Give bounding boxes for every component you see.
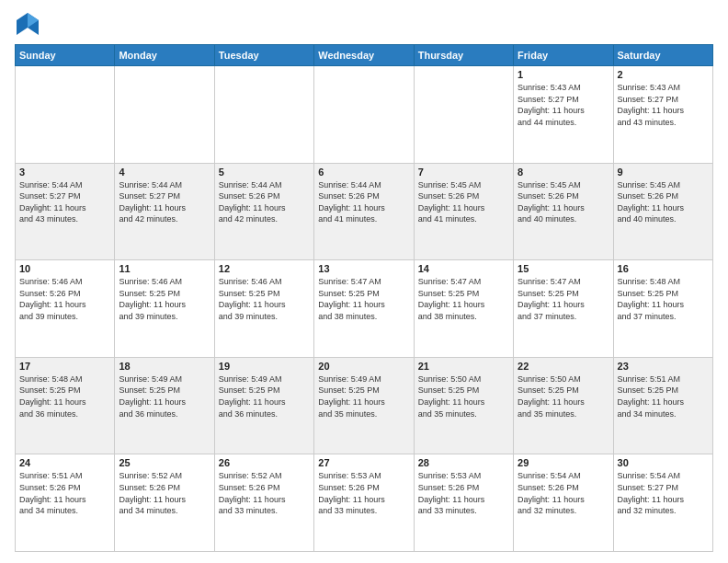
calendar-cell: 28Sunrise: 5:53 AM Sunset: 5:26 PM Dayli… [414,454,513,552]
day-number: 2 [618,69,709,80]
page: SundayMondayTuesdayWednesdayThursdayFrid… [0,0,728,563]
day-info: Sunrise: 5:45 AM Sunset: 5:26 PM Dayligh… [618,179,709,225]
calendar-cell: 6Sunrise: 5:44 AM Sunset: 5:26 PM Daylig… [314,163,414,260]
calendar-cell: 23Sunrise: 5:51 AM Sunset: 5:25 PM Dayli… [613,357,712,454]
day-number: 30 [618,457,709,468]
calendar-cell: 3Sunrise: 5:44 AM Sunset: 5:27 PM Daylig… [16,163,115,260]
day-number: 3 [19,167,110,178]
day-number: 11 [119,263,210,274]
day-info: Sunrise: 5:54 AM Sunset: 5:26 PM Dayligh… [518,470,609,516]
day-info: Sunrise: 5:50 AM Sunset: 5:25 PM Dayligh… [418,373,509,419]
day-info: Sunrise: 5:45 AM Sunset: 5:26 PM Dayligh… [518,179,609,225]
calendar-cell [115,66,214,164]
weekday-header-sunday: Sunday [16,45,115,66]
day-number: 9 [618,167,709,178]
calendar-cell: 16Sunrise: 5:48 AM Sunset: 5:25 PM Dayli… [613,260,712,358]
day-number: 29 [518,457,609,468]
day-number: 28 [418,457,509,468]
calendar-cell: 17Sunrise: 5:48 AM Sunset: 5:25 PM Dayli… [16,357,115,454]
calendar-cell: 27Sunrise: 5:53 AM Sunset: 5:26 PM Dayli… [314,454,414,552]
weekday-header-thursday: Thursday [414,45,513,66]
day-number: 21 [418,361,509,372]
day-info: Sunrise: 5:46 AM Sunset: 5:26 PM Dayligh… [19,276,110,322]
calendar-cell: 9Sunrise: 5:45 AM Sunset: 5:26 PM Daylig… [613,163,712,260]
day-info: Sunrise: 5:51 AM Sunset: 5:26 PM Dayligh… [19,470,110,516]
weekday-header-row: SundayMondayTuesdayWednesdayThursdayFrid… [16,45,713,66]
day-info: Sunrise: 5:44 AM Sunset: 5:26 PM Dayligh… [318,179,409,225]
day-number: 6 [318,167,409,178]
day-info: Sunrise: 5:48 AM Sunset: 5:25 PM Dayligh… [618,276,709,322]
day-number: 7 [418,167,509,178]
day-info: Sunrise: 5:43 AM Sunset: 5:27 PM Dayligh… [518,82,609,128]
day-info: Sunrise: 5:47 AM Sunset: 5:25 PM Dayligh… [518,276,609,322]
calendar-cell: 14Sunrise: 5:47 AM Sunset: 5:25 PM Dayli… [414,260,513,358]
day-info: Sunrise: 5:44 AM Sunset: 5:27 PM Dayligh… [19,179,110,225]
day-number: 17 [19,361,110,372]
day-info: Sunrise: 5:48 AM Sunset: 5:25 PM Dayligh… [19,373,110,419]
day-number: 12 [219,263,310,274]
calendar-week-0: 1Sunrise: 5:43 AM Sunset: 5:27 PM Daylig… [16,66,713,164]
calendar-week-4: 24Sunrise: 5:51 AM Sunset: 5:26 PM Dayli… [16,454,713,552]
calendar-cell: 2Sunrise: 5:43 AM Sunset: 5:27 PM Daylig… [613,66,712,164]
calendar-cell: 15Sunrise: 5:47 AM Sunset: 5:25 PM Dayli… [514,260,613,358]
day-info: Sunrise: 5:47 AM Sunset: 5:25 PM Dayligh… [318,276,409,322]
day-number: 13 [318,263,409,274]
day-number: 27 [318,457,409,468]
calendar-week-2: 10Sunrise: 5:46 AM Sunset: 5:26 PM Dayli… [16,260,713,358]
day-number: 8 [518,167,609,178]
calendar-cell [414,66,513,164]
calendar-cell: 26Sunrise: 5:52 AM Sunset: 5:26 PM Dayli… [214,454,313,552]
calendar-cell: 30Sunrise: 5:54 AM Sunset: 5:27 PM Dayli… [613,454,712,552]
weekday-header-friday: Friday [514,45,613,66]
day-number: 18 [119,361,210,372]
day-number: 5 [219,167,310,178]
day-info: Sunrise: 5:49 AM Sunset: 5:25 PM Dayligh… [318,373,409,419]
day-info: Sunrise: 5:45 AM Sunset: 5:26 PM Dayligh… [418,179,509,225]
logo [15,11,44,37]
calendar-body: 1Sunrise: 5:43 AM Sunset: 5:27 PM Daylig… [16,66,713,552]
calendar-week-1: 3Sunrise: 5:44 AM Sunset: 5:27 PM Daylig… [16,163,713,260]
calendar-cell: 11Sunrise: 5:46 AM Sunset: 5:25 PM Dayli… [115,260,214,358]
calendar-cell: 19Sunrise: 5:49 AM Sunset: 5:25 PM Dayli… [214,357,313,454]
day-info: Sunrise: 5:44 AM Sunset: 5:27 PM Dayligh… [119,179,210,225]
calendar-cell: 25Sunrise: 5:52 AM Sunset: 5:26 PM Dayli… [115,454,214,552]
day-info: Sunrise: 5:49 AM Sunset: 5:25 PM Dayligh… [219,373,310,419]
calendar-header: SundayMondayTuesdayWednesdayThursdayFrid… [16,45,713,66]
day-number: 22 [518,361,609,372]
calendar-cell: 1Sunrise: 5:43 AM Sunset: 5:27 PM Daylig… [514,66,613,164]
calendar-cell [16,66,115,164]
calendar-week-3: 17Sunrise: 5:48 AM Sunset: 5:25 PM Dayli… [16,357,713,454]
day-info: Sunrise: 5:47 AM Sunset: 5:25 PM Dayligh… [418,276,509,322]
calendar-cell: 12Sunrise: 5:46 AM Sunset: 5:25 PM Dayli… [214,260,313,358]
calendar-cell: 22Sunrise: 5:50 AM Sunset: 5:25 PM Dayli… [514,357,613,454]
weekday-header-wednesday: Wednesday [314,45,414,66]
day-number: 4 [119,167,210,178]
calendar-cell [214,66,313,164]
calendar-cell [314,66,414,164]
day-number: 10 [19,263,110,274]
day-info: Sunrise: 5:53 AM Sunset: 5:26 PM Dayligh… [318,470,409,516]
calendar-cell: 5Sunrise: 5:44 AM Sunset: 5:26 PM Daylig… [214,163,313,260]
day-info: Sunrise: 5:52 AM Sunset: 5:26 PM Dayligh… [219,470,310,516]
calendar-cell: 4Sunrise: 5:44 AM Sunset: 5:27 PM Daylig… [115,163,214,260]
day-info: Sunrise: 5:44 AM Sunset: 5:26 PM Dayligh… [219,179,310,225]
calendar-cell: 13Sunrise: 5:47 AM Sunset: 5:25 PM Dayli… [314,260,414,358]
calendar-table: SundayMondayTuesdayWednesdayThursdayFrid… [15,44,713,552]
weekday-header-monday: Monday [115,45,214,66]
day-info: Sunrise: 5:46 AM Sunset: 5:25 PM Dayligh… [119,276,210,322]
day-info: Sunrise: 5:49 AM Sunset: 5:25 PM Dayligh… [119,373,210,419]
day-number: 1 [518,69,609,80]
day-number: 16 [618,263,709,274]
day-number: 23 [618,361,709,372]
day-info: Sunrise: 5:43 AM Sunset: 5:27 PM Dayligh… [618,82,709,128]
day-number: 20 [318,361,409,372]
day-number: 26 [219,457,310,468]
header [15,11,713,37]
calendar-cell: 20Sunrise: 5:49 AM Sunset: 5:25 PM Dayli… [314,357,414,454]
day-info: Sunrise: 5:50 AM Sunset: 5:25 PM Dayligh… [518,373,609,419]
day-info: Sunrise: 5:51 AM Sunset: 5:25 PM Dayligh… [618,373,709,419]
weekday-header-tuesday: Tuesday [214,45,313,66]
calendar-cell: 8Sunrise: 5:45 AM Sunset: 5:26 PM Daylig… [514,163,613,260]
day-number: 25 [119,457,210,468]
calendar-cell: 18Sunrise: 5:49 AM Sunset: 5:25 PM Dayli… [115,357,214,454]
